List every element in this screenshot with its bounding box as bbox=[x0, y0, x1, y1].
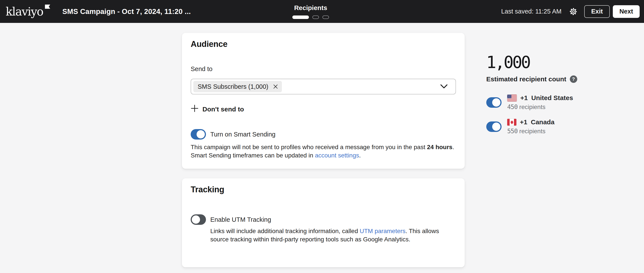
country-name: Canada bbox=[531, 118, 554, 126]
utm-description: Links will include additional tracking i… bbox=[210, 227, 452, 244]
country-row-canada: +1 Canada 550 recipients bbox=[486, 118, 630, 135]
step-progress bbox=[292, 15, 329, 19]
utm-text-block: Enable UTM Tracking Links will include a… bbox=[210, 214, 452, 250]
utm-tracking-toggle[interactable] bbox=[191, 214, 206, 225]
question-mark-icon[interactable]: ? bbox=[570, 75, 577, 83]
account-settings-link[interactable]: account settings bbox=[315, 152, 359, 159]
country-row-united-states: +1 United States 450 recipients bbox=[486, 94, 630, 111]
chevron-down-icon[interactable] bbox=[440, 84, 448, 89]
smart-sending-label: Turn on Smart Sending bbox=[210, 131, 276, 138]
audience-heading: Audience bbox=[191, 39, 456, 49]
country-info: +1 United States 450 recipients bbox=[507, 94, 573, 111]
estimated-recipient-count: 1,000 bbox=[486, 54, 630, 71]
toggle-knob bbox=[492, 123, 500, 131]
tracking-heading: Tracking bbox=[191, 185, 456, 194]
close-icon[interactable] bbox=[273, 84, 278, 89]
klaviyo-flag-icon bbox=[45, 4, 50, 9]
utm-parameters-link[interactable]: UTM parameters bbox=[360, 228, 406, 234]
send-to-input[interactable]: SMS Subscribers (1,000) bbox=[191, 79, 456, 94]
smart-sending-desc-text: This campaign will not be sent to profil… bbox=[191, 144, 427, 150]
send-to-label: Send to bbox=[191, 65, 456, 73]
smart-sending-toggle[interactable] bbox=[191, 129, 206, 140]
step-pill-2[interactable] bbox=[312, 15, 319, 19]
united-states-toggle[interactable] bbox=[486, 97, 502, 108]
current-step-label: Recipients bbox=[294, 4, 327, 11]
recipient-summary: 1,000 Estimated recipient count ? bbox=[486, 0, 630, 135]
recipient-chip-label: SMS Subscribers (1,000) bbox=[198, 83, 268, 90]
toggle-knob bbox=[492, 98, 500, 107]
smart-sending-row: Turn on Smart Sending bbox=[191, 129, 456, 140]
country-info: +1 Canada 550 recipients bbox=[507, 118, 554, 135]
dont-send-to-label: Don't send to bbox=[202, 106, 244, 113]
country-code: +1 bbox=[520, 118, 527, 126]
step-pill-3[interactable] bbox=[322, 15, 329, 19]
recipient-chip[interactable]: SMS Subscribers (1,000) bbox=[193, 81, 282, 92]
estimated-count-label-row: Estimated recipient count ? bbox=[486, 75, 630, 83]
canada-toggle[interactable] bbox=[486, 121, 502, 132]
step-pill-recipients[interactable] bbox=[292, 15, 309, 19]
country-recipients: 550 recipients bbox=[507, 128, 554, 135]
campaign-title: SMS Campaign - Oct 7, 2024, 11:20 ... bbox=[62, 7, 191, 16]
toggle-knob bbox=[192, 216, 200, 224]
tracking-card: Tracking Enable UTM Tracking Links will … bbox=[182, 178, 465, 267]
country-code: +1 bbox=[520, 94, 528, 102]
estimated-count-label: Estimated recipient count bbox=[486, 75, 566, 83]
klaviyo-logo[interactable]: klaviyo bbox=[6, 6, 51, 17]
utm-tracking-row: Enable UTM Tracking Links will include a… bbox=[191, 214, 456, 250]
country-recipients: 450 recipients bbox=[507, 103, 573, 111]
utm-desc-text: Links will include additional tracking i… bbox=[210, 228, 360, 234]
utm-tracking-label: Enable UTM Tracking bbox=[210, 214, 452, 225]
dont-send-to-button[interactable]: Don't send to bbox=[191, 104, 244, 114]
canada-flag-icon bbox=[507, 119, 516, 126]
klaviyo-wordmark: klaviyo bbox=[6, 5, 43, 18]
smart-sending-desc-bold: 24 hours bbox=[427, 144, 452, 150]
country-breakdown: +1 United States 450 recipients bbox=[486, 94, 630, 135]
country-name: United States bbox=[531, 94, 573, 102]
plus-icon bbox=[191, 104, 198, 114]
smart-sending-desc-suffix: . bbox=[359, 152, 361, 159]
us-flag-icon bbox=[507, 95, 517, 101]
toggle-knob bbox=[196, 130, 205, 138]
audience-card: Audience Send to SMS Subscribers (1,000)… bbox=[182, 33, 465, 169]
wizard-steps: Recipients bbox=[292, 4, 329, 19]
smart-sending-description: This campaign will not be sent to profil… bbox=[191, 143, 456, 160]
